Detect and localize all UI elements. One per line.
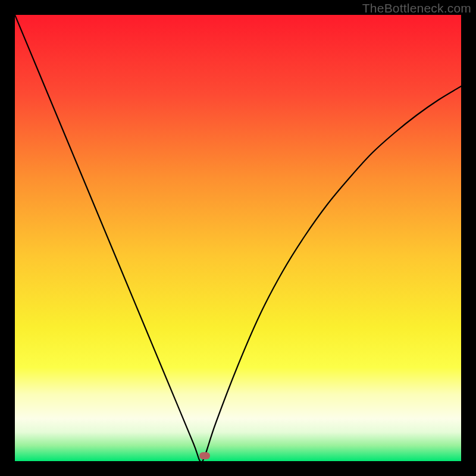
chart-frame: TheBottleneck.com [0,0,476,476]
watermark-text: TheBottleneck.com [362,1,471,15]
curve-path [15,15,461,461]
plot-area [15,15,461,461]
bottleneck-curve [15,15,461,461]
optimum-marker [199,452,210,459]
